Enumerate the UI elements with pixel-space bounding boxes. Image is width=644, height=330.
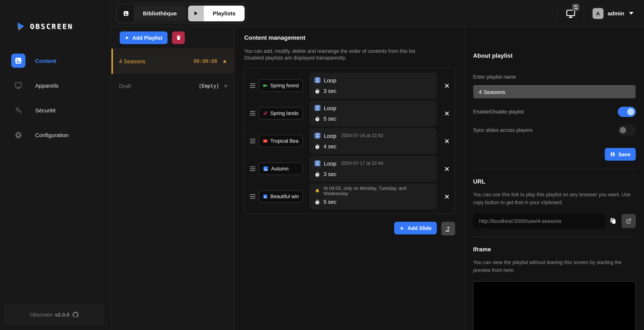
drag-handle-icon[interactable] [250, 83, 259, 88]
link-icon [263, 111, 268, 116]
drag-handle-icon[interactable] [250, 139, 259, 144]
gear-icon [11, 128, 26, 142]
sync-toggle[interactable] [618, 125, 636, 135]
slide-media-button[interactable]: Spring forest… [259, 80, 303, 92]
slide-row: Spring lands… Loop 5 sec [250, 101, 450, 126]
sidebar-item-configuration[interactable]: Configuration [0, 127, 111, 143]
about-playlist-panel: About playlist Enter playlist name Enabl… [464, 27, 644, 330]
slide-duration: 5 sec [324, 116, 336, 122]
stopwatch-icon [314, 144, 320, 149]
toggle-knob [627, 108, 634, 115]
drag-handle-icon[interactable] [250, 111, 259, 116]
content-management-panel: Content management You can add, modify, … [235, 27, 464, 330]
slide-schedule: Loop [324, 160, 336, 167]
sync-badge-icon [572, 4, 579, 11]
content-title: Content management [244, 35, 455, 41]
add-slide-button[interactable]: Add Slide [394, 222, 437, 235]
copy-url-button[interactable] [610, 217, 617, 225]
drag-handle-icon[interactable] [250, 167, 259, 171]
slide-media-button[interactable]: Tropical Bea… [259, 135, 303, 147]
remove-slide-button[interactable] [437, 194, 450, 199]
slide-row: Spring forest… Loop 3 sec [250, 73, 450, 99]
sidebar-item-content[interactable]: Content [0, 52, 111, 69]
sidebar-item-label: Content [35, 58, 56, 64]
app-root: OBSCREEN Content Appareils Sécurité [0, 0, 644, 330]
save-row: Save [473, 148, 636, 161]
playlist-duration: 00:00:08 [194, 58, 217, 64]
close-icon [444, 194, 450, 199]
sidebar-item-securite[interactable]: Sécurité [0, 102, 111, 118]
slide-duration: 4 sec [324, 144, 336, 150]
upload-slide-button[interactable] [441, 222, 455, 236]
close-icon [444, 111, 450, 116]
tab-bibliotheque[interactable]: Bibliothèque [118, 6, 186, 21]
screen-preview-button[interactable] [558, 8, 584, 19]
loop-icon [314, 105, 320, 111]
close-icon [444, 83, 450, 88]
slide-media-button[interactable]: Autumn [259, 163, 303, 175]
enable-label: Enable/Disable playlist [473, 109, 524, 115]
playlist-item-draft[interactable]: Draft [Empty] [112, 74, 234, 98]
brand: OBSCREEN [0, 0, 111, 31]
remove-slide-button[interactable] [437, 166, 450, 172]
playlist-name-label: Enter playlist name [473, 74, 636, 80]
close-icon [444, 139, 450, 144]
sidebar-item-appareils[interactable]: Appareils [0, 77, 111, 94]
footer-version: v2.0.0 [55, 311, 70, 317]
remove-slide-button[interactable] [437, 111, 450, 116]
slide-schedule: At 04:05, only on Monday, Tuesday, and W… [324, 186, 432, 197]
slide-settings-card[interactable]: Loop 2024-07-17 at 22:44 3 sec [309, 156, 437, 182]
sidebar: OBSCREEN Content Appareils Sécurité [0, 0, 112, 330]
sidebar-item-label: Appareils [35, 82, 58, 89]
account-name: admin [608, 10, 624, 17]
slide-schedule: Loop [324, 133, 336, 139]
tab-playlists[interactable]: Playlists [188, 6, 244, 21]
stopwatch-icon [314, 116, 320, 122]
content-description: You can add, modify, delete and rearrang… [244, 48, 431, 62]
remove-slide-button[interactable] [437, 139, 450, 144]
playlist-name: Draft [119, 83, 131, 89]
youtube-icon [263, 138, 268, 144]
enable-toggle[interactable] [618, 107, 636, 117]
version-footer: Obscreen v2.0.0 [4, 304, 104, 325]
slides-list: Spring forest… Loop 3 sec Spr [244, 68, 455, 214]
add-slide-row: Add Slide [244, 222, 455, 236]
add-playlist-button[interactable]: Add Playlist [120, 31, 168, 44]
slide-row: Autumn Loop 2024-07-17 at 22:44 3 sec [250, 156, 450, 182]
playlist-url-input[interactable] [473, 214, 605, 229]
open-url-button[interactable] [622, 214, 636, 228]
delete-playlist-button[interactable] [172, 31, 185, 44]
drag-handle-icon[interactable] [250, 194, 259, 199]
iframe-description: You can view the playlist without leavin… [473, 259, 636, 275]
main-area: Bibliothèque Playlists [112, 0, 644, 330]
slide-settings-card[interactable]: Loop 5 sec [309, 101, 437, 126]
close-icon [444, 166, 450, 172]
bell-icon [314, 189, 320, 194]
chevron-down-icon [629, 12, 634, 15]
github-icon[interactable] [72, 311, 78, 317]
save-button[interactable]: Save [605, 148, 636, 161]
slide-settings-card[interactable]: Loop 3 sec [309, 73, 437, 99]
sync-toggle-row: Sync slides across players [473, 125, 636, 135]
video-icon [263, 83, 268, 89]
remove-slide-button[interactable] [437, 83, 450, 88]
slide-settings-card[interactable]: Loop 2024-07-16 at 22:42 4 sec [309, 128, 437, 154]
slide-media-button[interactable]: Spring lands… [259, 107, 303, 120]
playlist-name-input[interactable] [473, 85, 636, 98]
sidebar-nav: Content Appareils Sécurité Configuration [0, 52, 111, 143]
star-icon: ★ [222, 58, 227, 64]
slide-name: Tropical Bea… [270, 138, 299, 144]
slide-media-button[interactable]: Beautiful win… [259, 191, 303, 203]
toggle-knob [620, 127, 626, 133]
image-icon [263, 194, 268, 200]
footer-app-name: Obscreen [30, 311, 52, 317]
sidebar-item-label: Sécurité [35, 107, 56, 113]
account-menu[interactable]: A admin [584, 8, 637, 19]
playlist-item-4-seasons[interactable]: 4 Seasons 00:00:08 ★ [112, 49, 234, 74]
slide-settings-card[interactable]: At 04:05, only on Monday, Tuesday, and W… [309, 184, 437, 210]
trash-icon [176, 35, 181, 41]
slide-duration: 3 sec [324, 171, 336, 177]
external-link-icon [626, 218, 632, 224]
playlist-name: 4 Seasons [119, 58, 146, 64]
columns: Add Playlist 4 Seasons 00:00:08 ★ Draft [112, 27, 644, 330]
